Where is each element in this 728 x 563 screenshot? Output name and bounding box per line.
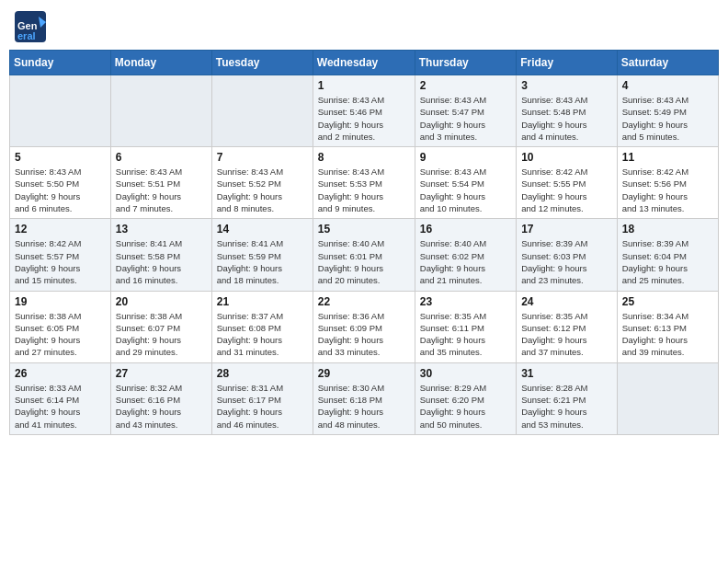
day-info: Sunrise: 8:35 AM Sunset: 6:11 PM Dayligh… [420, 310, 511, 359]
calendar-table: SundayMondayTuesdayWednesdayThursdayFrid… [9, 50, 719, 435]
calendar-week-2: 5Sunrise: 8:43 AM Sunset: 5:50 PM Daylig… [10, 147, 719, 219]
day-info: Sunrise: 8:29 AM Sunset: 6:20 PM Dayligh… [420, 382, 511, 431]
day-number: 18 [622, 223, 713, 236]
calendar-cell: 24Sunrise: 8:35 AM Sunset: 6:12 PM Dayli… [517, 291, 618, 362]
calendar-cell: 2Sunrise: 8:43 AM Sunset: 5:47 PM Daylig… [415, 75, 516, 147]
calendar-cell: 17Sunrise: 8:39 AM Sunset: 6:03 PM Dayli… [517, 219, 618, 291]
calendar-cell: 30Sunrise: 8:29 AM Sunset: 6:20 PM Dayli… [415, 362, 516, 434]
calendar-cell: 21Sunrise: 8:37 AM Sunset: 6:08 PM Dayli… [211, 291, 313, 362]
day-info: Sunrise: 8:37 AM Sunset: 6:08 PM Dayligh… [217, 310, 308, 359]
page-header: Gen eral [9, 9, 719, 42]
calendar-week-4: 19Sunrise: 8:38 AM Sunset: 6:05 PM Dayli… [10, 291, 719, 362]
calendar-cell: 6Sunrise: 8:43 AM Sunset: 5:51 PM Daylig… [110, 147, 211, 219]
calendar-cell: 14Sunrise: 8:41 AM Sunset: 5:59 PM Dayli… [211, 219, 313, 291]
day-number: 27 [116, 367, 207, 380]
calendar-cell [10, 75, 111, 147]
calendar-cell: 8Sunrise: 8:43 AM Sunset: 5:53 PM Daylig… [313, 147, 415, 219]
day-info: Sunrise: 8:42 AM Sunset: 5:57 PM Dayligh… [15, 237, 106, 286]
day-info: Sunrise: 8:36 AM Sunset: 6:09 PM Dayligh… [318, 310, 410, 359]
day-info: Sunrise: 8:42 AM Sunset: 5:56 PM Dayligh… [622, 166, 713, 214]
calendar-cell: 16Sunrise: 8:40 AM Sunset: 6:02 PM Dayli… [415, 219, 516, 291]
day-info: Sunrise: 8:35 AM Sunset: 6:12 PM Dayligh… [521, 310, 612, 359]
calendar-cell: 18Sunrise: 8:39 AM Sunset: 6:04 PM Dayli… [617, 219, 718, 291]
calendar-cell: 19Sunrise: 8:38 AM Sunset: 6:05 PM Dayli… [10, 291, 111, 362]
calendar-week-3: 12Sunrise: 8:42 AM Sunset: 5:57 PM Dayli… [10, 219, 719, 291]
weekday-header-sunday: Sunday [10, 51, 111, 75]
calendar-cell: 10Sunrise: 8:42 AM Sunset: 5:55 PM Dayli… [517, 147, 618, 219]
calendar-week-1: 1Sunrise: 8:43 AM Sunset: 5:46 PM Daylig… [10, 75, 719, 147]
calendar-week-5: 26Sunrise: 8:33 AM Sunset: 6:14 PM Dayli… [10, 362, 719, 434]
day-number: 3 [521, 79, 612, 92]
calendar-cell: 22Sunrise: 8:36 AM Sunset: 6:09 PM Dayli… [313, 291, 415, 362]
day-number: 23 [420, 295, 511, 308]
day-info: Sunrise: 8:43 AM Sunset: 5:51 PM Dayligh… [116, 166, 207, 214]
calendar-header-row: SundayMondayTuesdayWednesdayThursdayFrid… [10, 51, 719, 75]
weekday-header-tuesday: Tuesday [211, 51, 313, 75]
logo-icon: Gen eral [13, 9, 46, 42]
day-info: Sunrise: 8:32 AM Sunset: 6:16 PM Dayligh… [116, 382, 207, 431]
day-info: Sunrise: 8:38 AM Sunset: 6:05 PM Dayligh… [15, 310, 106, 359]
day-number: 28 [217, 367, 308, 380]
day-info: Sunrise: 8:39 AM Sunset: 6:03 PM Dayligh… [521, 237, 612, 286]
calendar-cell: 11Sunrise: 8:42 AM Sunset: 5:56 PM Dayli… [617, 147, 718, 219]
day-number: 14 [217, 223, 308, 236]
day-number: 7 [217, 151, 308, 164]
calendar-cell [617, 362, 718, 434]
calendar-cell: 5Sunrise: 8:43 AM Sunset: 5:50 PM Daylig… [10, 147, 111, 219]
day-info: Sunrise: 8:38 AM Sunset: 6:07 PM Dayligh… [116, 310, 207, 359]
day-info: Sunrise: 8:41 AM Sunset: 5:59 PM Dayligh… [217, 237, 308, 286]
day-info: Sunrise: 8:40 AM Sunset: 6:01 PM Dayligh… [318, 237, 410, 286]
day-number: 12 [15, 223, 106, 236]
day-info: Sunrise: 8:43 AM Sunset: 5:47 PM Dayligh… [420, 94, 511, 143]
day-number: 26 [15, 367, 106, 380]
calendar-cell: 27Sunrise: 8:32 AM Sunset: 6:16 PM Dayli… [110, 362, 211, 434]
calendar-cell: 9Sunrise: 8:43 AM Sunset: 5:54 PM Daylig… [415, 147, 516, 219]
weekday-header-friday: Friday [517, 51, 618, 75]
calendar-cell: 26Sunrise: 8:33 AM Sunset: 6:14 PM Dayli… [10, 362, 111, 434]
calendar-cell: 20Sunrise: 8:38 AM Sunset: 6:07 PM Dayli… [110, 291, 211, 362]
calendar-cell: 29Sunrise: 8:30 AM Sunset: 6:18 PM Dayli… [313, 362, 415, 434]
day-number: 30 [420, 367, 511, 380]
day-number: 5 [15, 151, 106, 164]
calendar-body: 1Sunrise: 8:43 AM Sunset: 5:46 PM Daylig… [10, 75, 719, 435]
day-info: Sunrise: 8:41 AM Sunset: 5:58 PM Dayligh… [116, 237, 207, 286]
calendar-cell: 31Sunrise: 8:28 AM Sunset: 6:21 PM Dayli… [517, 362, 618, 434]
day-info: Sunrise: 8:39 AM Sunset: 6:04 PM Dayligh… [622, 237, 713, 286]
calendar-cell: 23Sunrise: 8:35 AM Sunset: 6:11 PM Dayli… [415, 291, 516, 362]
day-info: Sunrise: 8:43 AM Sunset: 5:53 PM Dayligh… [318, 166, 410, 214]
day-info: Sunrise: 8:34 AM Sunset: 6:13 PM Dayligh… [622, 310, 713, 359]
day-number: 25 [622, 295, 713, 308]
day-number: 6 [116, 151, 207, 164]
day-number: 4 [622, 79, 713, 92]
day-number: 10 [521, 151, 612, 164]
day-number: 9 [420, 151, 511, 164]
calendar-cell: 4Sunrise: 8:43 AM Sunset: 5:49 PM Daylig… [617, 75, 718, 147]
day-number: 8 [318, 151, 410, 164]
day-info: Sunrise: 8:28 AM Sunset: 6:21 PM Dayligh… [521, 382, 612, 431]
day-number: 17 [521, 223, 612, 236]
day-number: 16 [420, 223, 511, 236]
day-info: Sunrise: 8:30 AM Sunset: 6:18 PM Dayligh… [318, 382, 410, 431]
weekday-header-wednesday: Wednesday [313, 51, 415, 75]
day-info: Sunrise: 8:42 AM Sunset: 5:55 PM Dayligh… [521, 166, 612, 214]
calendar-cell: 12Sunrise: 8:42 AM Sunset: 5:57 PM Dayli… [10, 219, 111, 291]
day-number: 22 [318, 295, 410, 308]
day-number: 19 [15, 295, 106, 308]
day-info: Sunrise: 8:43 AM Sunset: 5:46 PM Dayligh… [318, 94, 410, 143]
calendar-cell [110, 75, 211, 147]
day-info: Sunrise: 8:43 AM Sunset: 5:48 PM Dayligh… [521, 94, 612, 143]
logo: Gen eral [13, 9, 50, 42]
day-info: Sunrise: 8:43 AM Sunset: 5:54 PM Dayligh… [420, 166, 511, 214]
calendar-cell: 25Sunrise: 8:34 AM Sunset: 6:13 PM Dayli… [617, 291, 718, 362]
calendar-cell: 3Sunrise: 8:43 AM Sunset: 5:48 PM Daylig… [517, 75, 618, 147]
day-info: Sunrise: 8:31 AM Sunset: 6:17 PM Dayligh… [217, 382, 308, 431]
weekday-header-thursday: Thursday [415, 51, 516, 75]
calendar-cell: 28Sunrise: 8:31 AM Sunset: 6:17 PM Dayli… [211, 362, 313, 434]
day-number: 2 [420, 79, 511, 92]
day-info: Sunrise: 8:33 AM Sunset: 6:14 PM Dayligh… [15, 382, 106, 431]
day-number: 24 [521, 295, 612, 308]
day-number: 29 [318, 367, 410, 380]
day-number: 1 [318, 79, 410, 92]
day-number: 20 [116, 295, 207, 308]
day-number: 31 [521, 367, 612, 380]
